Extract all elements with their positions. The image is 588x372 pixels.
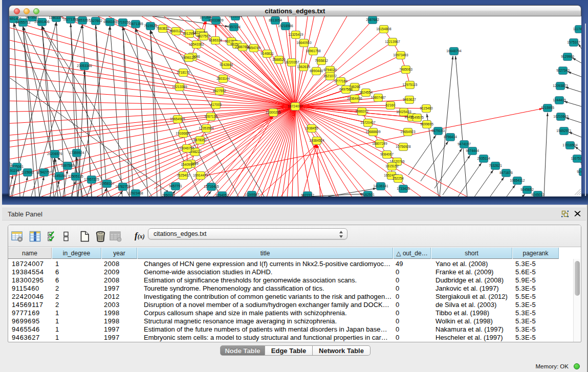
- svg-text:16543362: 16543362: [189, 42, 204, 46]
- svg-text:15716485: 15716485: [204, 185, 219, 188]
- svg-text:62160: 62160: [386, 103, 396, 107]
- svg-text:16914479: 16914479: [193, 173, 208, 177]
- svg-text:16033809: 16033809: [208, 18, 224, 22]
- svg-text:23300205: 23300205: [266, 111, 281, 114]
- svg-text:2391194: 2391194: [10, 169, 19, 172]
- svg-text:10807487: 10807487: [371, 96, 386, 99]
- svg-text:417003: 417003: [210, 103, 222, 106]
- svg-text:9397588: 9397588: [61, 164, 74, 167]
- svg-text:1527602: 1527602: [89, 19, 102, 23]
- svg-text:2935114: 2935114: [477, 157, 490, 160]
- svg-text:2549575: 2549575: [410, 116, 424, 119]
- svg-text:6966160: 6966160: [103, 20, 117, 24]
- svg-text:7955812: 7955812: [315, 59, 328, 62]
- svg-text:5900113: 5900113: [10, 163, 12, 166]
- svg-text:19654923: 19654923: [400, 130, 416, 134]
- svg-text:7857224: 7857224: [227, 25, 241, 29]
- svg-text:14136141: 14136141: [373, 184, 388, 188]
- svg-text:7632621: 7632621: [489, 164, 502, 167]
- svg-text:3267130: 3267130: [204, 115, 217, 118]
- svg-text:8660124: 8660124: [169, 29, 183, 33]
- svg-text:2650105: 2650105: [162, 193, 175, 196]
- svg-text:16046755: 16046755: [179, 146, 194, 150]
- svg-text:1362615: 1362615: [297, 65, 310, 69]
- svg-text:7485063: 7485063: [399, 68, 412, 71]
- svg-text:9162501: 9162501: [361, 193, 375, 196]
- svg-text:16210643: 16210643: [553, 115, 569, 118]
- svg-text:10688609: 10688609: [365, 130, 381, 134]
- svg-text:7625402: 7625402: [177, 173, 190, 177]
- svg-text:16640910: 16640910: [296, 41, 312, 45]
- svg-text:12942757: 12942757: [36, 170, 52, 174]
- svg-text:8294052: 8294052: [215, 193, 229, 196]
- svg-text:8878352: 8878352: [193, 138, 207, 142]
- svg-text:12353594: 12353594: [199, 126, 214, 130]
- svg-text:9245652: 9245652: [520, 188, 534, 191]
- svg-text:9146821: 9146821: [260, 52, 274, 55]
- svg-text:1588520: 1588520: [272, 58, 286, 61]
- svg-text:17957225: 17957225: [84, 178, 99, 181]
- svg-text:17359924: 17359924: [69, 151, 84, 155]
- svg-text:1621072: 1621072: [323, 74, 337, 78]
- svg-text:1575107: 1575107: [567, 40, 580, 44]
- svg-text:16154808: 16154808: [376, 27, 391, 31]
- svg-text:11903371: 11903371: [49, 16, 64, 19]
- svg-text:8186328: 8186328: [209, 38, 222, 42]
- svg-text:10249567: 10249567: [244, 193, 259, 196]
- svg-text:8796414: 8796414: [444, 135, 457, 139]
- svg-text:1244415: 1244415: [553, 98, 566, 102]
- svg-text:19166827: 19166827: [176, 132, 191, 135]
- svg-text:9777169: 9777169: [334, 79, 347, 83]
- svg-text:9463627: 9463627: [403, 98, 416, 101]
- svg-text:9245013: 9245013: [577, 170, 581, 173]
- svg-text:1115682: 1115682: [21, 170, 34, 174]
- svg-text:10756928: 10756928: [396, 145, 411, 148]
- svg-text:18724007: 18724007: [288, 104, 303, 108]
- svg-text:12505135: 12505135: [68, 174, 83, 178]
- svg-text:1733426: 1733426: [397, 187, 410, 190]
- svg-text:9227343: 9227343: [556, 69, 570, 72]
- svg-text:1117404: 1117404: [573, 27, 581, 31]
- svg-text:8427552: 8427552: [213, 89, 226, 93]
- svg-text:9242848: 9242848: [220, 63, 233, 67]
- svg-text:9875521: 9875521: [26, 16, 39, 19]
- svg-text:15692971: 15692971: [556, 129, 572, 133]
- svg-text:16782759: 16782759: [115, 185, 130, 188]
- svg-text:6497568: 6497568: [339, 87, 353, 91]
- svg-text:9474197: 9474197: [458, 142, 471, 146]
- svg-text:20691406: 20691406: [34, 20, 50, 24]
- svg-text:10654985: 10654985: [170, 117, 185, 121]
- svg-text:8231054: 8231054: [229, 16, 242, 18]
- svg-text:6794028: 6794028: [323, 68, 337, 72]
- svg-text:6990448: 6990448: [310, 69, 323, 73]
- svg-text:10973493: 10973493: [393, 53, 408, 57]
- svg-text:12213389: 12213389: [172, 85, 187, 89]
- svg-text:1145194: 1145194: [53, 174, 66, 178]
- svg-text:9115460: 9115460: [420, 106, 433, 110]
- svg-text:8215955: 8215955: [541, 106, 554, 110]
- svg-text:16648794: 16648794: [446, 49, 462, 53]
- svg-text:7986372: 7986372: [355, 110, 368, 113]
- svg-text:19218586: 19218586: [278, 24, 293, 28]
- svg-text:9822312: 9822312: [301, 193, 314, 196]
- svg-text:11325419: 11325419: [289, 33, 303, 36]
- svg-text:7663822: 7663822: [156, 27, 169, 30]
- svg-text:2087682: 2087682: [366, 18, 379, 21]
- svg-text:8813054: 8813054: [269, 18, 282, 22]
- svg-text:10653267: 10653267: [75, 18, 90, 22]
- svg-text:1167531: 1167531: [571, 157, 581, 160]
- svg-text:252254: 252254: [393, 177, 404, 180]
- svg-text:7515526: 7515526: [144, 24, 157, 28]
- svg-text:2718176: 2718176: [177, 71, 190, 74]
- svg-text:1938455: 1938455: [305, 126, 318, 130]
- svg-text:9474444: 9474444: [466, 149, 479, 152]
- svg-text:12923468: 12923468: [128, 191, 143, 195]
- svg-text:20206576: 20206576: [47, 152, 62, 156]
- svg-text:10958107: 10958107: [99, 182, 115, 185]
- svg-text:15720407: 15720407: [360, 121, 376, 124]
- svg-text:18220357: 18220357: [284, 60, 299, 64]
- svg-text:16961758: 16961758: [306, 49, 321, 53]
- svg-text:6879193: 6879193: [431, 129, 445, 133]
- svg-text:3624554: 3624554: [359, 91, 373, 94]
- svg-text:9129966: 9129966: [561, 55, 574, 58]
